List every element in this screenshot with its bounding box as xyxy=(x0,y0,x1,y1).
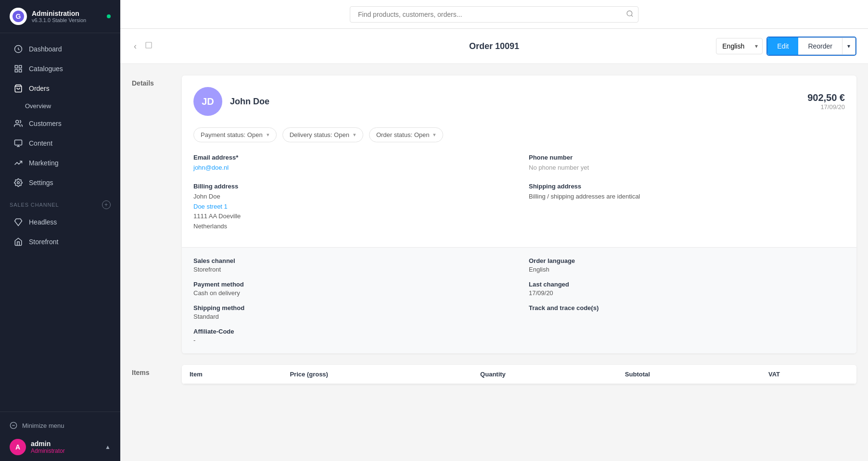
sidebar-item-label: Orders xyxy=(29,85,50,92)
sidebar-item-customers[interactable]: Customers xyxy=(4,114,116,133)
sidebar-item-content[interactable]: Content xyxy=(4,134,116,153)
sidebar-item-headless[interactable]: Headless xyxy=(4,212,116,232)
sidebar-item-label: Content xyxy=(29,139,52,147)
order-amount: 902,50 € xyxy=(807,92,845,103)
section-label: Sales Channel xyxy=(10,202,59,208)
billing-line-1: John Doe xyxy=(193,192,510,202)
payment-method-label: Payment method xyxy=(193,281,510,288)
order-chevron-icon: ▾ xyxy=(433,132,436,138)
app-name: Administration xyxy=(32,10,107,17)
info-grid: Email address* john@doe.nl Phone number … xyxy=(193,154,845,232)
svg-rect-1 xyxy=(15,65,17,68)
order-language-value: English xyxy=(529,266,845,273)
language-selector[interactable]: English Dutch German French xyxy=(716,38,763,54)
sidebar-item-label: Catalogues xyxy=(29,65,63,73)
content-header: ‹ Order 10091 English Dutch German Frenc… xyxy=(120,29,868,64)
delivery-status-dropdown[interactable]: Delivery status: Open ▾ xyxy=(282,127,363,142)
phone-section: Phone number No phone number yet xyxy=(529,154,845,173)
user-chevron-icon[interactable]: ▲ xyxy=(105,444,111,450)
affiliate-meta: Affiliate-Code - xyxy=(193,328,510,344)
svg-line-14 xyxy=(631,15,633,16)
user-name: admin xyxy=(31,440,65,448)
search-input[interactable] xyxy=(350,6,638,23)
back-button[interactable]: ‹ xyxy=(132,39,139,53)
sidebar-item-marketing[interactable]: Marketing xyxy=(4,153,116,173)
add-sales-channel-button[interactable]: + xyxy=(102,200,111,209)
meta-card: Sales channel Storefront Order language … xyxy=(182,247,856,353)
user-details: admin Administrator xyxy=(31,440,65,454)
orders-icon xyxy=(13,84,23,93)
items-card: Item Price (gross) Quantity Subtotal VAT xyxy=(182,365,856,384)
svg-rect-3 xyxy=(15,70,17,72)
sidebar-item-label: Dashboard xyxy=(29,45,62,53)
user-role: Administrator xyxy=(31,448,65,454)
shipping-section: Shipping address Billing / shipping addr… xyxy=(529,183,845,232)
page-title: Order 10091 xyxy=(469,41,519,51)
order-language-meta: Order language English xyxy=(529,257,845,273)
main-nav: Dashboard Catalogues Orders Overview xyxy=(0,33,120,411)
more-actions-button[interactable]: ▾ xyxy=(842,37,855,55)
sidebar-item-overview[interactable]: Overview xyxy=(0,99,120,113)
sidebar-header: G Administration v6.3.1.0 Stable Version xyxy=(0,0,120,33)
search-icon[interactable] xyxy=(626,10,634,19)
customer-header: JD John Doe 902,50 € 17/09/20 xyxy=(193,87,845,116)
status-dot xyxy=(107,14,111,18)
svg-point-10 xyxy=(17,182,20,184)
sidebar-item-storefront[interactable]: Storefront xyxy=(4,232,116,251)
payment-method-meta: Payment method Cash on delivery xyxy=(193,281,510,297)
payment-chevron-icon: ▾ xyxy=(267,132,269,138)
svg-rect-2 xyxy=(19,65,22,68)
col-subtotal: Subtotal xyxy=(617,365,761,384)
edit-button[interactable]: Edit xyxy=(767,37,798,55)
billing-line-4: Netherlands xyxy=(193,222,510,232)
sales-channel-section: Sales Channel + xyxy=(0,193,120,212)
sidebar-footer: Minimize menu A admin Administrator ▲ xyxy=(0,411,120,461)
order-status-label: Order status: Open xyxy=(376,131,430,138)
storefront-icon xyxy=(13,237,23,247)
sidebar-item-settings[interactable]: Settings xyxy=(4,173,116,192)
sidebar: G Administration v6.3.1.0 Stable Version… xyxy=(0,0,120,461)
sales-channel-meta: Sales channel Storefront xyxy=(193,257,510,273)
details-card: JD John Doe 902,50 € 17/09/20 Payment st… xyxy=(182,75,856,353)
sidebar-item-catalogues[interactable]: Catalogues xyxy=(4,59,116,78)
logo-letter: G xyxy=(13,11,24,22)
track-trace-label: Track and trace code(s) xyxy=(529,304,845,311)
status-row: Payment status: Open ▾ Delivery status: … xyxy=(193,127,845,142)
sidebar-item-dashboard[interactable]: Dashboard xyxy=(4,39,116,59)
headless-icon xyxy=(13,217,23,227)
sidebar-item-orders[interactable]: Orders xyxy=(4,79,116,98)
search-box xyxy=(350,6,638,23)
last-changed-label: Last changed xyxy=(529,281,845,288)
billing-line-2: Doe street 1 xyxy=(193,202,510,212)
minimize-label: Minimize menu xyxy=(22,422,64,429)
back-nav: ‹ xyxy=(132,39,155,54)
app-version: v6.3.1.0 Stable Version xyxy=(32,17,107,23)
svg-rect-7 xyxy=(15,140,22,145)
svg-rect-4 xyxy=(19,70,22,72)
items-section-label: Items xyxy=(132,365,170,384)
shipping-value: Billing / shipping addresses are identic… xyxy=(529,192,845,202)
order-status-dropdown[interactable]: Order status: Open ▾ xyxy=(369,127,444,142)
order-language-label: Order language xyxy=(529,257,845,264)
items-layout: Items Item Price (gross) Quantity Subtot… xyxy=(120,365,868,396)
payment-status-label: Payment status: Open xyxy=(201,131,263,138)
user-initial: A xyxy=(15,443,20,451)
order-date: 17/09/20 xyxy=(807,103,845,111)
shipping-method-meta: Shipping method Standard xyxy=(193,304,510,320)
card-body: JD John Doe 902,50 € 17/09/20 Payment st… xyxy=(182,75,856,247)
history-button[interactable] xyxy=(142,39,155,54)
content-area: ‹ Order 10091 English Dutch German Frenc… xyxy=(120,29,868,461)
language-selector-wrapper: English Dutch German French xyxy=(716,38,763,54)
meta-grid: Sales channel Storefront Order language … xyxy=(193,257,845,344)
sidebar-subitem-label: Overview xyxy=(25,102,51,110)
shipping-method-value: Standard xyxy=(193,313,510,320)
app-logo: G xyxy=(10,8,27,25)
reorder-button[interactable]: Reorder xyxy=(798,37,842,55)
sidebar-item-label: Headless xyxy=(29,218,57,226)
affiliate-value: - xyxy=(193,336,510,344)
shipping-label: Shipping address xyxy=(529,183,845,190)
items-header-row: Item Price (gross) Quantity Subtotal VAT xyxy=(182,365,856,384)
action-button-group: Edit Reorder ▾ xyxy=(766,37,856,56)
payment-status-dropdown[interactable]: Payment status: Open ▾ xyxy=(193,127,277,142)
minimize-menu-button[interactable]: Minimize menu xyxy=(10,418,111,433)
